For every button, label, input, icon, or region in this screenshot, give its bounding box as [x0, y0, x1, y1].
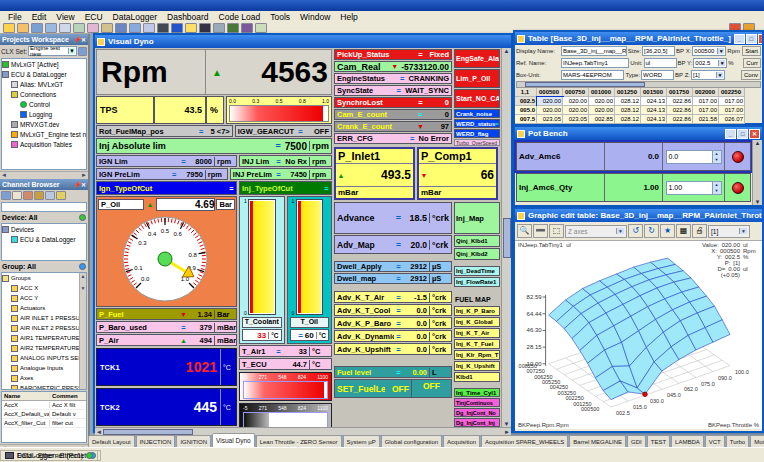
- side-channel-item[interactable]: Inj_Time_Cyl1: [454, 388, 500, 397]
- layout-tab[interactable]: VCT: [705, 435, 725, 447]
- side-channel-item[interactable]: Dg_InjCont_No: [454, 408, 500, 417]
- reset-view-icon[interactable]: ★: [660, 224, 675, 238]
- tree-item[interactable]: MRVXGT.dev: [2, 119, 86, 129]
- menu-item[interactable]: DataLogger: [109, 12, 161, 22]
- group-item[interactable]: AIR2 TEMPERATURE: [2, 343, 86, 353]
- layout-tab[interactable]: LAMBDA: [671, 435, 704, 447]
- tree-item[interactable]: Logging: [2, 109, 86, 119]
- group-item[interactable]: Axes: [2, 373, 86, 383]
- book-icon[interactable]: [241, 23, 253, 33]
- col-header-comment[interactable]: Commen: [50, 393, 86, 399]
- calc-icon[interactable]: [213, 23, 225, 33]
- group-item[interactable]: ANALOG INPUTS SELECTIO: [2, 353, 86, 363]
- rotate-cw-icon[interactable]: ↻: [644, 224, 659, 238]
- layout-tab[interactable]: Visual Dyno: [212, 433, 255, 447]
- play-icon[interactable]: [171, 23, 183, 33]
- conv-button[interactable]: Conv: [741, 70, 761, 80]
- channel-view-icon[interactable]: [1, 191, 11, 200]
- minimize-button[interactable]: _: [734, 34, 745, 44]
- maximize-button[interactable]: □: [737, 129, 748, 139]
- table-titlebar[interactable]: Table [Base_3D_inj__map__RPM_PAirInlet_T…: [515, 32, 762, 45]
- tree-item[interactable]: Control: [2, 99, 86, 109]
- layout-tab[interactable]: Acquisition SPARE_WHEELS: [481, 435, 568, 447]
- side-channel-item[interactable]: Dg_InjCont_Inj: [454, 418, 500, 427]
- channel-search-input[interactable]: [1, 202, 87, 212]
- grid-cell[interactable]: 007.5: [515, 115, 537, 124]
- groups-vscroll[interactable]: ▲▼: [79, 273, 86, 389]
- grid-cell[interactable]: 028.12: [615, 106, 641, 115]
- clx-set-combo[interactable]: Engine test new ▼: [28, 46, 77, 56]
- record-icon[interactable]: [157, 23, 169, 33]
- side-channel-item[interactable]: Inj_K_P_Baro: [454, 306, 500, 316]
- table-icon[interactable]: [73, 23, 85, 33]
- channel-folder-icon[interactable]: [34, 191, 44, 200]
- layout-tab[interactable]: Barrel MEGALINE: [569, 435, 626, 447]
- maximize-button[interactable]: □: [746, 34, 757, 44]
- close-button[interactable]: ✕: [749, 129, 760, 139]
- grid-cell[interactable]: 020.00: [537, 106, 563, 115]
- curr-button[interactable]: Curr: [743, 58, 761, 68]
- menu-item[interactable]: Edit: [28, 12, 51, 22]
- device-tree-item[interactable]: ECU & DataLogger: [2, 234, 86, 244]
- grid-cell[interactable]: 028.12: [615, 97, 641, 106]
- layout-tab[interactable]: Default Layout: [88, 435, 135, 447]
- group-item[interactable]: Analogue Inputs: [2, 363, 86, 373]
- menu-item[interactable]: File: [4, 12, 26, 22]
- group-item[interactable]: AIR1 TEMPERATURE: [2, 333, 86, 343]
- visual-dyno-titlebar[interactable]: Visual Dyno: [95, 35, 511, 48]
- group-item[interactable]: Groups: [2, 273, 86, 283]
- map-icon[interactable]: [227, 23, 239, 33]
- channel-edit-icon[interactable]: [56, 191, 66, 200]
- knob-icon[interactable]: [732, 182, 744, 194]
- group-item[interactable]: ACC X: [2, 283, 86, 293]
- grid-cell[interactable]: 022.86: [667, 97, 693, 106]
- layout-tab[interactable]: TEST: [647, 435, 670, 447]
- vd-vscrollbar[interactable]: ▲▼: [501, 48, 511, 427]
- zoom-out-icon[interactable]: ➖: [533, 224, 548, 238]
- group-item[interactable]: ACC Y: [2, 293, 86, 303]
- menu-item[interactable]: Help: [336, 12, 361, 22]
- side-channel-item[interactable]: [454, 383, 500, 387]
- grid-cell[interactable]: 002.85: [589, 115, 615, 124]
- bpz-combo[interactable]: [1]▼: [691, 70, 725, 80]
- channel-filter-icon[interactable]: [45, 191, 55, 200]
- side-channel-item[interactable]: Inj_K_T_Fuel: [454, 339, 500, 349]
- grid-cell[interactable]: 022.86: [667, 115, 693, 124]
- grid-cell[interactable]: 028.12: [615, 115, 641, 124]
- menu-item[interactable]: Dashboard: [163, 12, 213, 22]
- surface-plot-area[interactable]: 82.5964.4446.3028.1510.00000500001250002…: [515, 241, 762, 429]
- grid-cell[interactable]: 020.00: [563, 97, 589, 106]
- chevron-down-icon[interactable]: ▼: [739, 228, 747, 234]
- menu-item[interactable]: ECU: [81, 12, 107, 22]
- spinner-arrows-icon[interactable]: ▲▼: [712, 182, 721, 194]
- channel-list-icon[interactable]: [12, 191, 22, 200]
- side-channel-item[interactable]: Inj_Klr_Rpm_T: [454, 350, 500, 360]
- channel-row[interactable]: AccX_filter_Cut filter cut: [2, 419, 86, 428]
- pot-vscrollbar[interactable]: ▲▼: [752, 140, 762, 205]
- pot-bench-titlebar[interactable]: Pot Bench _ □ ✕: [515, 127, 762, 140]
- device-tree-item[interactable]: Devices: [2, 224, 86, 234]
- layout-tab[interactable]: Lean Throttle - ZERO Sensor: [256, 435, 342, 447]
- layout-tab[interactable]: INJECTION: [136, 435, 176, 447]
- side-channel-item[interactable]: Inj_FlowRate1: [454, 277, 500, 287]
- group-item[interactable]: BAROMETRIC PRESSURE: [2, 383, 86, 390]
- grid-cell[interactable]: 026.07: [719, 115, 745, 124]
- side-channel-item[interactable]: [454, 261, 500, 265]
- palette-icon[interactable]: ▦: [676, 224, 691, 238]
- bulb-icon[interactable]: [185, 23, 197, 33]
- grid-cell[interactable]: 020.00: [589, 106, 615, 115]
- tree-item[interactable]: Alias: MVLxGT: [2, 79, 86, 89]
- side-channel-item[interactable]: TinjContinuos: [454, 398, 500, 407]
- spinner-arrows-icon[interactable]: ▲▼: [712, 151, 721, 163]
- pot-input[interactable]: 1.00▲▼: [666, 181, 722, 195]
- clx-edit-icon[interactable]: [78, 47, 87, 56]
- layout-tab[interactable]: Motorized Throttle: [750, 435, 764, 447]
- grid-cell[interactable]: 017.00: [693, 97, 719, 106]
- side-channel-item[interactable]: Inj_K_Upshift: [454, 361, 500, 371]
- knob-icon[interactable]: [732, 151, 744, 163]
- projects-hscroll[interactable]: ◄►: [0, 171, 88, 179]
- pin-icon[interactable]: 📌✕: [73, 181, 86, 188]
- table-hscrollbar[interactable]: [516, 81, 761, 88]
- channel-row[interactable]: AccX Acc X filt: [2, 401, 86, 410]
- grid-cell[interactable]: 023.05: [537, 115, 563, 124]
